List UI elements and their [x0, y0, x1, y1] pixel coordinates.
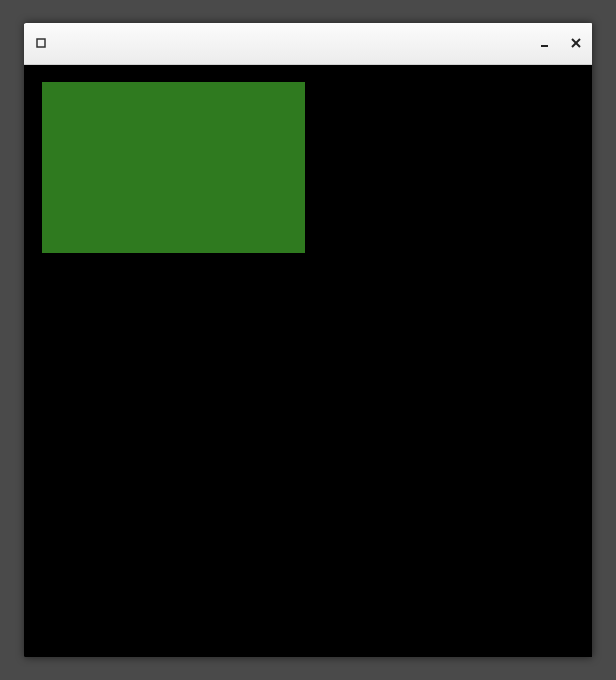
- app-icon: [34, 36, 48, 50]
- drawn-rectangle: [42, 82, 305, 253]
- svg-rect-0: [37, 39, 45, 47]
- window-controls: [538, 36, 583, 50]
- minimize-icon: [540, 38, 549, 48]
- application-window: [24, 23, 592, 657]
- minimize-button[interactable]: [538, 36, 551, 50]
- titlebar[interactable]: [24, 23, 592, 65]
- canvas-area: [24, 65, 592, 657]
- svg-rect-1: [541, 45, 548, 47]
- close-icon: [571, 38, 581, 48]
- close-button[interactable]: [569, 36, 583, 50]
